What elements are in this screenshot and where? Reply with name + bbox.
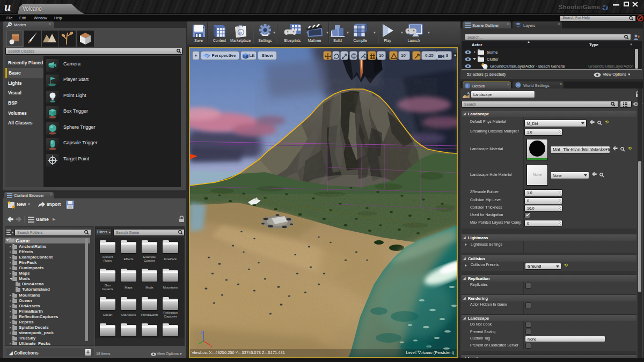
svg-text:Z: Z bbox=[201, 330, 203, 334]
svg-text:u: u bbox=[239, 30, 242, 35]
svg-text:x: x bbox=[210, 344, 213, 348]
svg-text:Level: Volcano (Persistent): Level: Volcano (Persistent) bbox=[406, 350, 455, 355]
svg-text:u: u bbox=[4, 0, 11, 13]
svg-text:ViewLoc: X=-49256.250 Y=-5374: ViewLoc: X=-49256.250 Y=-53745.578 Z=-51… bbox=[192, 350, 285, 355]
